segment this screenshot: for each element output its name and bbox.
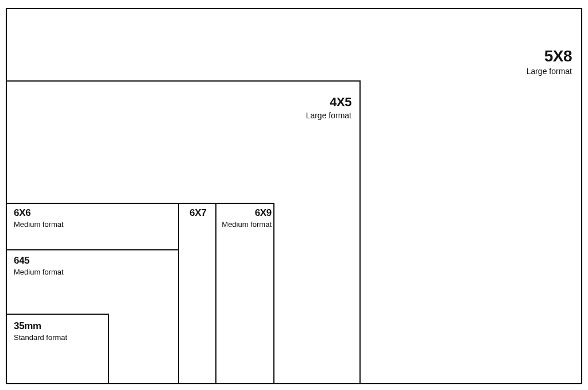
format-subtitle-6x6: Medium format (14, 220, 64, 229)
format-title-6x7: 6X7 (189, 207, 206, 219)
format-label-6x6: 6X6 Medium format (14, 207, 64, 229)
format-title-35mm: 35mm (14, 321, 67, 332)
format-subtitle-645: Medium format (14, 268, 64, 276)
format-label-4x5: 4X5 Large format (287, 95, 351, 120)
format-label-645: 645 Medium format (14, 255, 64, 276)
format-subtitle-35mm: Standard format (14, 333, 67, 342)
format-title-6x9: 6X9 (218, 207, 272, 219)
format-box-6x9 (215, 203, 274, 384)
format-subtitle-4x5: Large format (287, 111, 351, 120)
format-label-6x9: 6X9 Medium format (218, 207, 272, 229)
format-title-6x6: 6X6 (14, 207, 64, 219)
format-label-5x8: 5X8 Large format (527, 47, 572, 76)
format-label-6x7: 6X7 (189, 207, 206, 219)
format-subtitle-5x8: Large format (527, 67, 572, 76)
format-subtitle-6x9: Medium format (218, 220, 272, 229)
format-title-645: 645 (14, 255, 64, 267)
format-title-4x5: 4X5 (287, 95, 351, 110)
format-label-35mm: 35mm Standard format (14, 321, 67, 342)
format-title-5x8: 5X8 (527, 47, 572, 65)
format-box-6x7 (178, 203, 216, 384)
